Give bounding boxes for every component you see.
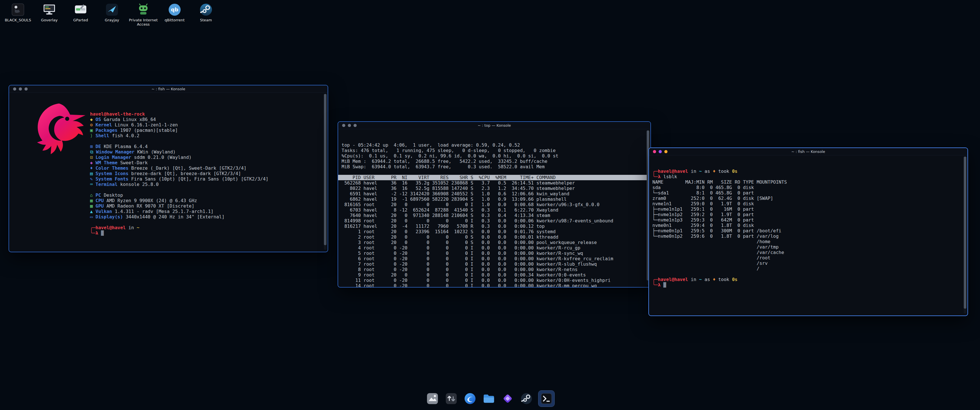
terminal-line: ◆ OS Garuda Linux x86_64 [90,117,324,122]
scrollbar-thumb[interactable] [964,157,966,308]
window-buttons [9,87,28,91]
window-title: ~ : top — Konsole [338,123,651,127]
file-manager-folder-icon [482,392,495,405]
top-output: top - 05:24:42 up 4:06, 1 user, load ave… [342,142,647,287]
terminal-line: Tasks: 476 total, 1 running, 475 sleep, … [342,148,647,153]
desktop-icon-qbittorrent[interactable]: qb qBittorrent [159,3,190,27]
window-title: ~ : fish — Konsole [649,149,967,154]
terminal-line: 11 root 0 -20 0 0 0 I 0.0 0.0 0:00.00 kw… [342,278,647,283]
terminal-line: zram0 252:0 0 62.4G 0 disk [SWAP] [652,195,964,201]
desktop-icon-label: Goverlay [41,18,57,22]
terminal-line: ▣ Packages 1907 (pacman)[stable] [90,127,324,133]
terminal-line: /var/tmp [652,244,964,250]
window-close-button[interactable] [13,87,16,91]
terminal-line: havel@havel-the-rock [90,111,324,117]
desktop-icon-gparted[interactable]: GParted [65,3,96,27]
terminal-line [652,271,964,277]
desktop-icon-steam[interactable]: Steam [191,3,221,27]
goverlay-monitor-icon [43,3,56,16]
terminal-line: └─sda1 8:1 0 465.8G 0 part [652,190,964,195]
lsblk-output: ╭─havel@havel in ~ as ♦ took 0s╰─λ lsblk… [652,168,964,288]
terminal-line: PID USER PR NI VIRT RES SHR S %CPU %MEM … [338,175,651,180]
terminal-line: ▤ System Icons breeze-dark [Qt], breeze-… [90,171,324,176]
dock-item-file-manager[interactable] [482,392,496,405]
terminal-line: ⌂ PC Desktop [90,192,324,198]
terminal-line: 2 root 20 0 0 0 0 S 0.0 0.0 0:00.01 kthr… [342,234,647,240]
window-minimize-button[interactable] [348,124,351,127]
desktop-icon-pia[interactable]: Private Internet Access [128,3,158,27]
desktop-icon-label: qBittorrent [165,18,185,22]
titlebar[interactable]: ~ : top — Konsole [338,122,651,129]
window-close-button[interactable] [653,150,656,153]
terminal-line: └─nvme0n1p2 259:6 0 1.8T 0 part /var/log [652,234,964,239]
terminal-line: ⊞ DE KDE Plasma 6.4.4 [90,144,324,149]
terminal-line: ▦ CPU AMD Ryzen 9 9900X (24) @ 6.43 GHz [90,198,324,203]
garuda-dragon-logo [13,95,74,162]
terminal-line: /home [652,239,964,244]
terminal-line: 7640 havel 20 0 971340 288148 210604 S 0… [342,213,647,218]
desktop-icon-goverlay[interactable]: Goverlay [34,3,64,27]
window-top-konsole[interactable]: ~ : top — Konsole top - 05:24:42 up 4:06… [337,121,651,288]
window-minimize-button[interactable] [19,87,22,91]
terminal-line: MiB Swap: 63944.0 total, 63943.7 free, 0… [342,164,647,169]
window-minimize-button[interactable] [659,150,662,153]
dock-item-blue-app[interactable] [463,392,477,405]
dock-item-image-viewer[interactable] [426,392,439,405]
terminal-content[interactable]: havel@havel-the-rock◆ OS Garuda Linux x8… [9,93,328,252]
titlebar[interactable]: ~ : fish — Konsole [649,148,967,156]
terminal-line: sda 8:0 0 465.8G 0 disk [652,185,964,190]
konsole-terminal-icon [540,393,553,405]
terminal-line: 6862 havel 19 -1 6897560 582220 283904 S… [342,197,647,202]
terminal-line [90,219,324,225]
terminal-line: 1 root 20 0 23396 15164 10232 S 0.0 0.0 … [342,229,647,234]
terminal-line: %Cpu(s): 0.1 us, 0.1 sy, 0.2 ni, 99.6 id… [342,153,647,159]
terminal-line: ╭─havel@havel in ~ as ♦ took 0s [652,168,964,174]
terminal-line: ├─nvme1n1p1 259:1 0 16M 0 part [652,207,964,212]
dock-item-konsole[interactable] [538,391,554,407]
scrollbar[interactable] [324,94,326,250]
terminal-content[interactable]: ╭─havel@havel in ~ as ♦ took 0s╰─λ lsblk… [649,156,967,315]
terminal-line: 8022 havel 36 16 52.5g 815588 147240 S 2… [342,186,647,191]
terminal-line: ▲ Vulkan 1.4.311 - radv [Mesa 25.1.7-arc… [90,209,324,214]
terminal-line: 3 root 20 0 0 0 0 S 0.0 0.0 0:00.00 pool… [342,240,647,245]
terminal-line: 5 root 0 -20 0 0 0 I 0.0 0.0 0:00.00 kwo… [342,251,647,256]
terminal-line: 14 root 0 -20 0 0 0 I 0.0 0.0 0:00.00 kw… [342,283,647,287]
terminal-line: ⧉ Window Manager KWin (Wayland) [90,149,324,154]
transfer-arrows-icon [445,392,458,405]
scrollbar[interactable] [964,157,966,313]
desktop-icon-black-souls[interactable]: BLACK_SOULS [3,3,33,27]
terminal-line: / [652,266,964,271]
window-fastfetch-konsole[interactable]: ~ : fish — Konsole havel@havel-the-rock◆… [8,85,328,252]
svg-text:qb: qb [171,6,178,13]
window-close-button[interactable] [342,124,345,127]
steam-icon [199,3,213,16]
terminal-line: ╭─havel@havel in ~ [90,225,324,230]
terminal-line: ⌨ Terminal konsole 25.8.0 [90,182,324,187]
terminal-line: ├─nvme0n1p1 259:5 0 300M 0 part /boot/ef… [652,228,964,234]
terminal-line: /root [652,255,964,261]
window-buttons [649,150,668,153]
window-maximize-button[interactable] [664,150,668,153]
window-maximize-button[interactable] [353,124,357,127]
titlebar[interactable]: ~ : fish — Konsole [9,86,328,93]
terminal-line: top - 05:24:42 up 4:06, 1 user, load ave… [342,142,647,148]
dock-item-steam[interactable] [520,392,533,405]
window-maximize-button[interactable] [24,87,28,91]
gparted-disk-icon [74,3,88,16]
scrollbar-thumb[interactable] [324,94,326,245]
terminal-line: nvme0n1 259:4 0 1.8T 0 disk [652,222,964,228]
terminal-line: NAME MAJ:MIN RM SIZE RO TYPE MOUNTPOINTS [652,180,964,185]
terminal-line: └─nvme1n1p3 259:3 0 642M 0 part [652,217,964,222]
qbittorrent-icon: qb [168,3,181,16]
terminal-content[interactable]: top - 05:24:42 up 4:06, 1 user, load ave… [338,129,651,287]
terminal-line: ╭─havel@havel in ~ as ♦ took 0s [652,277,964,282]
window-lsblk-konsole[interactable]: ~ : fish — Konsole ╭─havel@havel in ~ as… [648,148,968,316]
terminal-line: 9 root 20 0 0 0 0 I 0.0 0.0 0:00.34 kwor… [342,272,647,278]
taskbar [426,391,554,407]
desktop-icon-grayjay[interactable]: Grayjay [97,3,127,27]
dock-item-transfer[interactable] [444,392,458,405]
dock-item-purple-app[interactable] [501,392,514,405]
blue-orb-app-icon [463,392,477,405]
terminal-line: ⚙ Kernel Linux 6.16.1-zen1-1-zen [90,122,324,127]
terminal-line: 6 root 0 -20 0 0 0 I 0.0 0.0 0:00.00 kwo… [342,256,647,261]
